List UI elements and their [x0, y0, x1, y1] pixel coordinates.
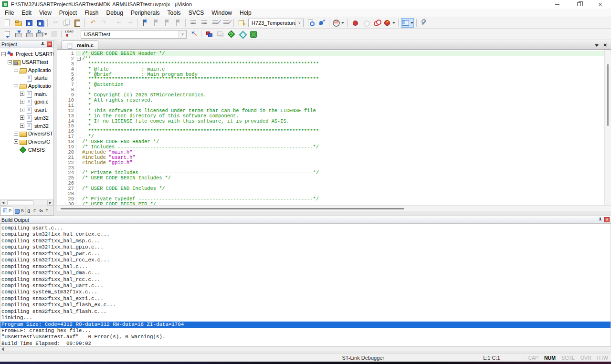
expand-icon[interactable] [20, 124, 24, 128]
multi-project-button[interactable] [215, 30, 225, 39]
stop-build-button[interactable] [49, 30, 59, 39]
tree-item-usart-[interactable]: usart. [0, 106, 53, 114]
breakpoint-button[interactable] [350, 18, 360, 28]
rebuild-button[interactable] [24, 30, 34, 39]
close-button[interactable]: ✕ [590, 0, 611, 9]
configure-button[interactable] [419, 18, 429, 28]
collapse-icon[interactable] [8, 60, 12, 64]
menu-window[interactable]: Window [208, 9, 236, 17]
menu-view[interactable]: View [35, 9, 55, 17]
menu-tools[interactable]: Tools [164, 9, 185, 17]
disable-all-breakpoints-button[interactable] [372, 18, 382, 28]
restore-button[interactable] [568, 0, 590, 9]
project-tab[interactable]: P [0, 207, 13, 215]
options-target-button[interactable] [189, 30, 199, 39]
tab-main-c[interactable]: main.c [62, 41, 98, 49]
batch-build-button[interactable] [35, 30, 48, 39]
books-tab[interactable]: B [13, 207, 26, 215]
menu-help[interactable]: Help [236, 9, 255, 17]
panel-close-icon[interactable]: ✕ [604, 217, 610, 222]
redo-button[interactable]: ↷ [98, 18, 108, 28]
tree-item-startu[interactable]: startu [0, 74, 53, 82]
panel-close-icon[interactable]: ✕ [47, 42, 52, 47]
tree-item-drivers-c[interactable]: Drivers/C [0, 138, 53, 146]
hscroll-thumb[interactable] [61, 208, 404, 209]
menu-project[interactable]: Project [55, 9, 81, 17]
incremental-find-button[interactable] [306, 18, 316, 28]
pack-installer-button[interactable] [248, 30, 258, 39]
collapse-icon[interactable] [1, 52, 6, 56]
insert-bookmark-button[interactable] [140, 18, 150, 28]
expand-icon[interactable] [14, 132, 18, 136]
expand-icon[interactable] [20, 100, 24, 104]
next-bookmark-button[interactable] [162, 18, 172, 28]
expand-icon[interactable] [20, 92, 24, 96]
scroll-right-icon[interactable]: ▶ [47, 200, 53, 206]
manage-components-button[interactable] [204, 30, 214, 39]
code-viewport[interactable]: 1/* USER CODE BEGIN Header */2/**3 *****… [57, 50, 611, 205]
copy-button[interactable] [61, 18, 71, 28]
indent-right-button[interactable] [199, 18, 209, 28]
reference-button[interactable] [316, 18, 327, 28]
comment-selection-button[interactable] [210, 18, 220, 28]
build-output-log[interactable]: compiling usart.c...compiling stm32f1xx_… [0, 224, 611, 347]
combo-dropdown-icon[interactable]: ∨ [179, 31, 186, 38]
pin-icon[interactable] [598, 217, 602, 222]
cut-button[interactable]: ✂ [50, 18, 60, 28]
navigate-back-button[interactable]: ← [114, 18, 124, 28]
editor-vscrollbar[interactable] [604, 50, 611, 205]
navigate-forward-button[interactable]: → [125, 18, 135, 28]
translate-button[interactable] [2, 30, 12, 39]
tree-item-stm32[interactable]: stm32 [0, 122, 53, 130]
menu-svcs[interactable]: SVCS [185, 9, 208, 17]
tree-item-main-[interactable]: main. [0, 90, 53, 98]
tree-item-cmsis[interactable]: CMSIS [0, 146, 53, 154]
rte-button[interactable] [226, 30, 236, 39]
menu-debug[interactable]: Debug [103, 9, 127, 17]
collapse-icon[interactable] [14, 68, 18, 72]
editor-hscrollbar[interactable] [57, 205, 611, 211]
prev-bookmark-button[interactable] [151, 18, 161, 28]
tree-item-gpio-c[interactable]: gpio.c [0, 98, 53, 106]
menu-flash[interactable]: Flash [81, 9, 102, 17]
templates-tab[interactable]: 0ₓT. [38, 207, 51, 215]
functions-tab[interactable]: {}F [26, 207, 38, 215]
kill-all-breakpoints-button[interactable] [383, 18, 396, 28]
dropdown-caret-icon[interactable] [411, 22, 413, 24]
undo-button[interactable]: ↶ [87, 18, 97, 28]
indent-left-button[interactable] [188, 18, 198, 28]
debug-windows-button[interactable] [401, 18, 414, 28]
new-file-button[interactable] [2, 18, 12, 28]
scroll-left-icon[interactable]: ◀ [0, 200, 6, 206]
tree-item-applicatio[interactable]: Applicatio [0, 66, 53, 74]
save-all-button[interactable] [35, 18, 45, 28]
tree-item-drivers-st[interactable]: Drivers/ST [0, 130, 53, 138]
pin-icon[interactable] [41, 42, 45, 47]
close-document-icon[interactable]: ✕ [603, 43, 607, 48]
minimize-button[interactable] [547, 0, 568, 9]
menu-file[interactable]: File [1, 9, 18, 17]
clear-bookmarks-button[interactable] [173, 18, 183, 28]
save-button[interactable] [24, 18, 34, 28]
expand-icon[interactable] [14, 139, 18, 144]
tree-item-stm32[interactable]: stm32 [0, 114, 53, 122]
build-output-hscrollbar[interactable] [0, 347, 611, 351]
tree-item-usarttest[interactable]: USARTtest [0, 58, 53, 66]
combo-dropdown-icon[interactable]: ∨ [295, 19, 303, 27]
vscroll-thumb[interactable] [607, 64, 609, 126]
tree-item-project-usartte[interactable]: Project: USARTte [0, 50, 53, 58]
select-packs-button[interactable] [237, 30, 247, 39]
target-select[interactable]: USARTtest∨ [81, 30, 187, 39]
download-button[interactable]: LOAD [64, 30, 74, 39]
collapse-icon[interactable] [14, 84, 18, 88]
code-editor[interactable]: 1/* USER CODE BEGIN Header */2/**3 *****… [57, 50, 604, 205]
menu-peripherals[interactable]: Peripherals [127, 9, 164, 17]
tree-item-applicatio[interactable]: Applicatio [0, 82, 53, 90]
scroll-left-icon[interactable] [1, 347, 4, 351]
document-list-icon[interactable] [595, 44, 599, 47]
expand-icon[interactable] [20, 108, 24, 112]
lookup-button[interactable] [332, 18, 345, 28]
dropdown-caret-icon[interactable] [44, 33, 47, 35]
paste-button[interactable] [72, 18, 82, 28]
scroll-thumb[interactable] [7, 200, 33, 205]
